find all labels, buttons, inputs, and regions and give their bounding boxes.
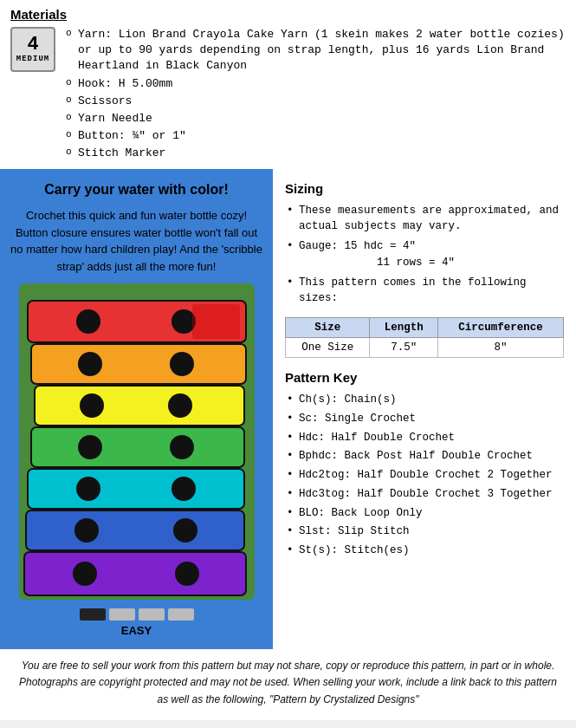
svg-point-4: [172, 309, 196, 334]
right-column: Sizing These measurements are approximat…: [273, 169, 576, 570]
pattern-key-list: Ch(s): Chain(s) Sc: Single Crochet Hdc: …: [285, 392, 564, 559]
pattern-key-item-9: St(s): Stitch(es): [285, 543, 564, 559]
difficulty-label: EASY: [10, 624, 262, 637]
footer: You are free to sell your work from this…: [0, 649, 576, 720]
promo-title: Carry your water with color!: [10, 181, 262, 199]
materials-section: Materials 4 MEDIUM Yarn: Lion Brand Cray…: [0, 0, 576, 169]
sizing-bullet-1: These measurements are approximated, and…: [285, 203, 564, 236]
diff-block-1: [80, 608, 106, 621]
table-header-length: Length: [370, 318, 438, 338]
promo-body: Crochet this quick and fun water bottle …: [10, 207, 262, 275]
svg-point-9: [170, 352, 194, 376]
pattern-key-item-6: Hdc3tog: Half Double Crochet 3 Together: [285, 486, 564, 503]
table-cell-size: One Size: [286, 338, 370, 358]
materials-list-item: Yarn Needle: [64, 111, 566, 127]
pattern-key-item-4: Bphdc: Back Post Half Double Crochet: [285, 448, 564, 465]
pattern-key-item-1: Ch(s): Chain(s): [285, 392, 564, 408]
svg-point-24: [74, 518, 99, 543]
crayon-image: [19, 283, 255, 600]
svg-point-20: [76, 477, 100, 501]
difficulty-badge: 4 MEDIUM: [10, 27, 55, 72]
svg-rect-5: [192, 304, 240, 339]
svg-rect-6: [31, 344, 246, 384]
diff-block-4: [168, 608, 194, 621]
svg-point-21: [172, 477, 196, 501]
page: Materials 4 MEDIUM Yarn: Lion Brand Cray…: [0, 0, 576, 720]
svg-point-13: [168, 393, 192, 418]
sizing-table: Size Length Circumference One Size 7.5" …: [285, 317, 564, 358]
svg-rect-10: [35, 386, 244, 426]
pattern-key-title: Pattern Key: [285, 370, 564, 385]
materials-list-item: Button: ¾" or 1": [64, 128, 566, 144]
svg-point-8: [78, 352, 102, 376]
materials-content: 4 MEDIUM Yarn: Lion Brand Crayola Cake Y…: [10, 27, 566, 164]
table-cell-length: 7.5": [370, 338, 438, 358]
two-col-layout: Carry your water with color! Crochet thi…: [0, 169, 576, 650]
materials-title: Materials: [10, 7, 566, 22]
badge-label: MEDIUM: [16, 55, 49, 63]
svg-rect-18: [28, 469, 244, 509]
left-column: Carry your water with color! Crochet thi…: [0, 169, 273, 650]
sizing-bullet-3: This pattern comes in the following size…: [285, 275, 564, 308]
sizing-bullets: These measurements are approximated, and…: [285, 203, 564, 308]
diff-block-3: [139, 608, 165, 621]
pattern-key-item-2: Sc: Single Crochet: [285, 411, 564, 427]
pattern-key-item-5: Hdc2tog: Half Double Crochet 2 Together: [285, 467, 564, 484]
table-cell-circumference: 8": [437, 338, 563, 358]
sizing-title: Sizing: [285, 181, 564, 196]
svg-point-28: [73, 562, 97, 586]
sizing-bullet-2: Gauge: 15 hdc = 4" 11 rows = 4": [285, 238, 564, 271]
difficulty-bar: [10, 608, 262, 621]
diff-block-2: [109, 608, 135, 621]
table-header-circumference: Circumference: [437, 318, 563, 338]
badge-number: 4: [27, 36, 38, 55]
pattern-key-item-8: Slst: Slip Stitch: [285, 523, 564, 540]
materials-list-item: Scissors: [64, 94, 566, 109]
svg-rect-22: [26, 510, 244, 550]
pattern-key-item-3: Hdc: Half Double Crochet: [285, 430, 564, 446]
svg-point-16: [78, 435, 102, 459]
table-row: One Size 7.5" 8": [286, 338, 564, 358]
table-header-size: Size: [286, 318, 370, 338]
materials-list: Yarn: Lion Brand Crayola Cake Yarn (1 sk…: [64, 27, 566, 164]
svg-point-17: [170, 435, 194, 459]
materials-list-item: Hook: H 5.00mm: [64, 76, 566, 92]
svg-rect-26: [24, 552, 246, 595]
svg-point-3: [76, 309, 100, 334]
svg-point-12: [80, 393, 104, 418]
svg-rect-14: [31, 427, 244, 467]
pattern-key-item-7: BLO: Back Loop Only: [285, 505, 564, 522]
materials-list-item: Yarn: Lion Brand Crayola Cake Yarn (1 sk…: [64, 27, 566, 75]
svg-point-25: [173, 518, 197, 543]
svg-point-29: [175, 562, 199, 586]
crayon-svg: [19, 283, 255, 600]
materials-list-item: Stitch Marker: [64, 146, 566, 161]
footer-text: You are free to sell your work from this…: [19, 660, 557, 705]
